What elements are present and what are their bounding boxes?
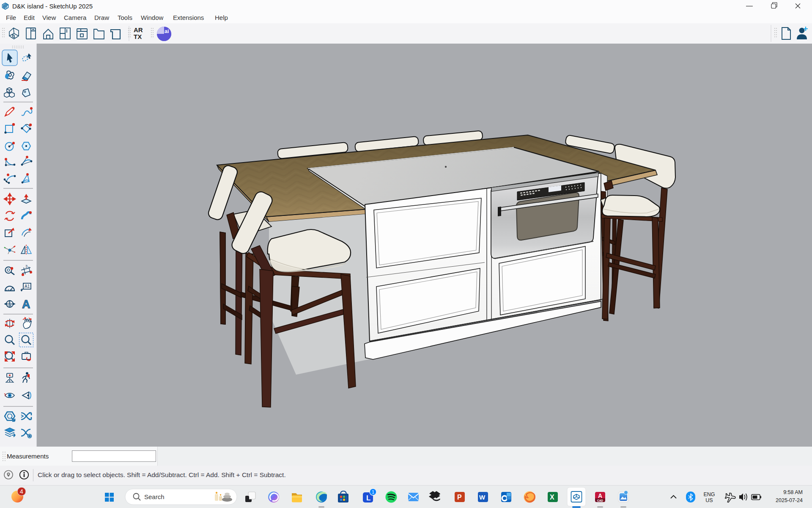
svg-text:Search: Search <box>144 493 165 500</box>
svg-text:X: X <box>550 494 554 501</box>
svg-text:AR: AR <box>134 26 143 33</box>
svg-text:4: 4 <box>20 488 23 495</box>
svg-text:US: US <box>705 497 713 503</box>
svg-text:A: A <box>598 492 602 499</box>
svg-text:L: L <box>366 494 370 502</box>
svg-text:C: C <box>8 301 11 304</box>
svg-text:TX: TX <box>134 33 142 40</box>
svg-text:ai: ai <box>165 28 169 34</box>
svg-text:W: W <box>479 494 486 501</box>
svg-text:1: 1 <box>372 489 374 494</box>
svg-text:P: P <box>457 494 462 501</box>
svg-text:3: 3 <box>25 264 27 268</box>
svg-text:A: A <box>22 298 30 311</box>
svg-text:A1: A1 <box>25 284 30 289</box>
svg-text:CAD: CAD <box>597 499 603 502</box>
svg-text:ENG: ENG <box>703 491 715 497</box>
svg-text:A-B: A-B <box>7 304 11 307</box>
